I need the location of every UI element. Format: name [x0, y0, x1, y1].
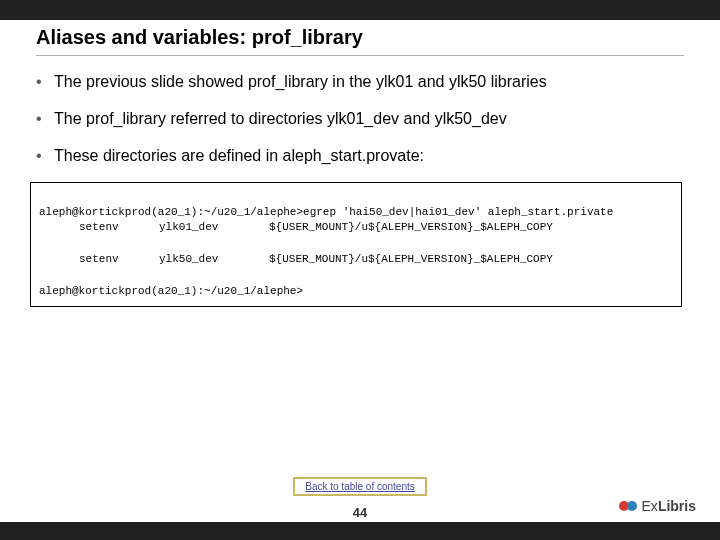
slide-title: Aliases and variables: prof_library	[36, 26, 684, 49]
code-line: setenvylk50_dev${USER_MOUNT}/u${ALEPH_VE…	[39, 252, 673, 268]
bullet-dot-icon: •	[36, 70, 54, 93]
bullet-dot-icon: •	[36, 144, 54, 167]
bullet-dot-icon: •	[36, 107, 54, 130]
svg-point-1	[627, 501, 637, 511]
logo-text: ExLibris	[642, 498, 696, 514]
code-line: aleph@kortickprod(a20_1):~/u20_1/alephe>…	[39, 206, 613, 218]
list-item: • These directories are defined in aleph…	[36, 144, 676, 167]
toc-link-wrap: Back to table of contents	[0, 476, 720, 496]
bullet-text: These directories are defined in aleph_s…	[54, 144, 676, 167]
slide-body: • The previous slide showed prof_library…	[0, 60, 720, 168]
terminal-output: aleph@kortickprod(a20_1):~/u20_1/alephe>…	[30, 182, 682, 308]
page-number: 44	[0, 505, 720, 520]
bullet-text: The prof_library referred to directories…	[54, 107, 676, 130]
code-line: aleph@kortickprod(a20_1):~/u20_1/alephe>	[39, 285, 303, 297]
exlibris-logo: ExLibris	[618, 496, 696, 516]
bullet-text: The previous slide showed prof_library i…	[54, 70, 676, 93]
list-item: • The prof_library referred to directori…	[36, 107, 676, 130]
logo-mark-icon	[618, 496, 638, 516]
list-item: • The previous slide showed prof_library…	[36, 70, 676, 93]
bottom-bar	[0, 522, 720, 540]
toc-link[interactable]: Back to table of contents	[293, 477, 427, 496]
code-line: setenvylk01_dev${USER_MOUNT}/u${ALEPH_VE…	[39, 220, 673, 236]
top-bar	[0, 0, 720, 20]
title-underline	[36, 55, 684, 56]
